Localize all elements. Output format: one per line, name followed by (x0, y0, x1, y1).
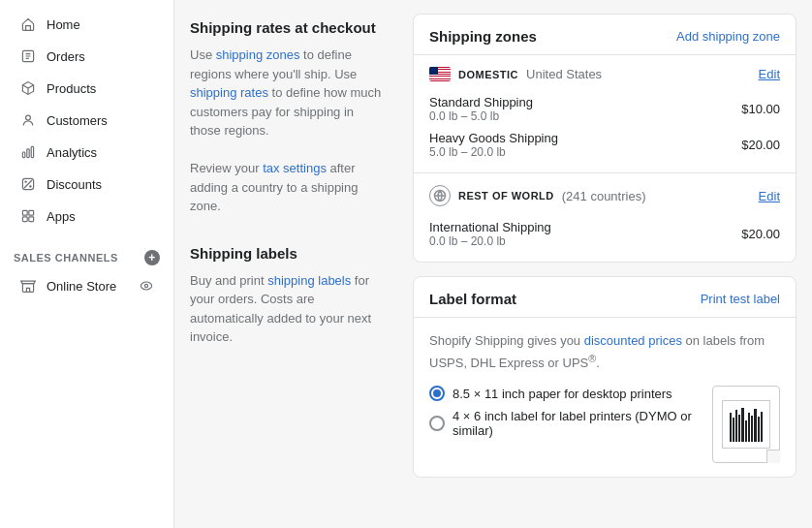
analytics-icon (19, 143, 37, 161)
domestic-zone-header: DOMESTIC United States Edit (429, 67, 780, 81)
label-fold (766, 450, 780, 463)
sidebar-item-orders[interactable]: Orders (6, 41, 168, 72)
sidebar-item-analytics[interactable]: Analytics (6, 137, 168, 168)
label-card-title: Label format (429, 291, 516, 307)
sidebar-item-online-store[interactable]: Online Store (6, 270, 168, 301)
sidebar-item-discounts-label: Discounts (47, 177, 102, 192)
sidebar-item-analytics-label: Analytics (47, 145, 97, 160)
zones-card-header: Shipping zones Add shipping zone (414, 15, 796, 55)
globe-icon (429, 185, 451, 206)
domestic-zone-name: DOMESTIC (458, 69, 518, 80)
sidebar-item-home-label: Home (47, 17, 80, 32)
add-sales-channel-button[interactable]: + (144, 250, 160, 265)
label-preview-inner (722, 400, 770, 449)
svg-rect-11 (29, 217, 34, 222)
standard-shipping-rate: Standard Shipping 0.0 lb – 5.0 lb $10.00 (429, 89, 780, 125)
radio-label-label: 4 × 6 inch label for label printers (DYM… (453, 409, 703, 438)
apps-icon (19, 207, 37, 225)
domestic-zone-subtitle: United States (526, 67, 602, 81)
shipping-labels-title: Shipping labels (190, 245, 382, 262)
sales-channels-header: SALES CHANNELS + (0, 240, 173, 269)
sidebar-item-products[interactable]: Products (6, 73, 168, 104)
radio-label-option[interactable]: 4 × 6 inch label for label printers (DYM… (429, 409, 703, 438)
radio-label-circle (429, 416, 445, 431)
label-format-card: Label format Print test label Shopify Sh… (413, 276, 796, 478)
heavy-goods-rate: Heavy Goods Shipping 5.0 lb – 20.0 lb $2… (429, 125, 780, 161)
online-store-label: Online Store (47, 279, 116, 294)
international-rate-price: $20.00 (741, 227, 780, 241)
standard-rate-name: Standard Shipping (429, 95, 533, 109)
discounts-icon (19, 175, 37, 193)
shipping-labels-link[interactable]: shipping labels (267, 273, 351, 288)
svg-point-5 (24, 180, 26, 182)
label-preview (712, 386, 780, 463)
international-rate-range: 0.0 lb – 20.0 lb (429, 234, 551, 248)
us-flag-icon (429, 67, 451, 81)
orders-icon (19, 47, 37, 65)
sidebar-item-home[interactable]: Home (6, 9, 168, 40)
add-shipping-zone-link[interactable]: Add shipping zone (676, 29, 780, 44)
visibility-icon (139, 278, 154, 294)
svg-rect-9 (29, 210, 34, 215)
label-card-body: Shopify Shipping gives you discounted pr… (414, 318, 796, 477)
labels-desc-1: Buy and print (190, 273, 267, 288)
zones-card-title: Shipping zones (429, 28, 537, 45)
sidebar-item-orders-label: Orders (47, 49, 85, 64)
desc-text-4: Review your (190, 161, 263, 175)
svg-rect-8 (22, 210, 27, 215)
shipping-rates-section: Shipping rates at checkout Use shipping … (190, 19, 382, 216)
svg-rect-10 (22, 217, 27, 222)
shipping-zones-link[interactable]: shipping zones (216, 47, 300, 62)
barcode-preview (730, 408, 763, 442)
heavy-rate-range: 5.0 lb – 20.0 lb (429, 145, 558, 159)
shipping-rates-desc: Use shipping zones to define regions whe… (190, 46, 382, 216)
standard-rate-range: 0.0 lb – 5.0 lb (429, 109, 533, 123)
right-panel: Shipping zones Add shipping zone DOMESTI… (397, 0, 812, 528)
sidebar-item-apps[interactable]: Apps (6, 201, 168, 232)
svg-rect-2 (22, 152, 24, 158)
sidebar: Home Orders Products Customers Analytics (0, 0, 174, 528)
tax-settings-link[interactable]: tax settings (263, 161, 327, 175)
label-card-desc: Shopify Shipping gives you discounted pr… (429, 331, 780, 372)
sidebar-item-apps-label: Apps (47, 209, 76, 224)
desc-text-1: Use (190, 47, 216, 62)
row-zone-header: REST OF WORLD (241 countries) Edit (429, 185, 780, 206)
heavy-rate-price: $20.00 (741, 138, 780, 152)
svg-point-13 (144, 284, 147, 287)
shipping-zones-card: Shipping zones Add shipping zone DOMESTI… (413, 14, 796, 263)
international-rate-name: International Shipping (429, 220, 551, 234)
store-icon (19, 277, 37, 295)
row-edit-link[interactable]: Edit (759, 189, 780, 203)
row-zone-subtitle: (241 countries) (562, 189, 646, 203)
svg-rect-3 (27, 149, 29, 158)
standard-rate-price: $10.00 (741, 102, 780, 116)
sidebar-item-customers-label: Customers (47, 113, 108, 128)
shipping-rates-title: Shipping rates at checkout (190, 19, 382, 36)
sidebar-item-customers[interactable]: Customers (6, 105, 168, 136)
international-rate: International Shipping 0.0 lb – 20.0 lb … (429, 214, 780, 250)
customers-icon (19, 111, 37, 129)
radio-letter-label: 8.5 × 11 inch paper for desktop printers (453, 387, 672, 401)
label-card-header: Label format Print test label (414, 277, 796, 318)
svg-point-6 (29, 185, 31, 187)
products-icon (19, 79, 37, 97)
shipping-labels-desc: Buy and print shipping labels for your o… (190, 271, 382, 347)
main-content: Shipping rates at checkout Use shipping … (174, 0, 812, 528)
print-test-label-link[interactable]: Print test label (701, 292, 780, 306)
domestic-edit-link[interactable]: Edit (759, 67, 780, 81)
home-icon (19, 16, 37, 33)
sales-channels-label: SALES CHANNELS (14, 252, 118, 264)
row-zone-name: REST OF WORLD (458, 190, 554, 202)
shipping-labels-section: Shipping labels Buy and print shipping l… (190, 245, 382, 347)
sidebar-item-products-label: Products (47, 81, 96, 96)
row-zone-row: REST OF WORLD (241 countries) Edit Inter… (414, 173, 796, 262)
radio-letter-circle (429, 386, 445, 401)
shipping-rates-link[interactable]: shipping rates (190, 85, 268, 100)
sidebar-nav: Home Orders Products Customers Analytics (0, 0, 173, 240)
left-panel: Shipping rates at checkout Use shipping … (174, 0, 397, 528)
sidebar-item-discounts[interactable]: Discounts (6, 169, 168, 200)
domestic-zone-row: DOMESTIC United States Edit Standard Shi… (414, 55, 796, 173)
radio-letter-option[interactable]: 8.5 × 11 inch paper for desktop printers (429, 386, 703, 401)
svg-point-1 (26, 115, 31, 120)
discounted-prices-link[interactable]: discounted prices (584, 333, 682, 348)
